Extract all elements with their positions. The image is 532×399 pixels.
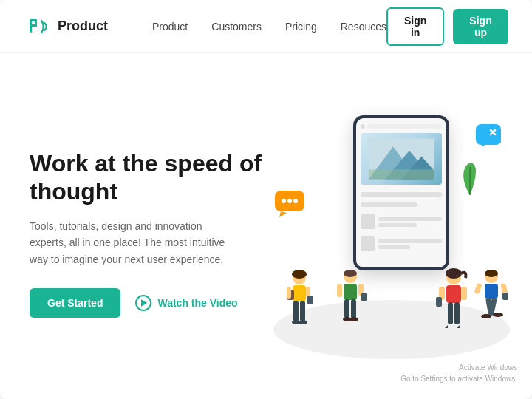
signin-button[interactable]: Sign in (386, 7, 444, 46)
hero-right (266, 68, 517, 399)
nav-actions: Sign in Sign up (386, 7, 508, 46)
logo-icon (30, 18, 52, 35)
hero-actions: Get Started Watch the Video (30, 288, 266, 318)
person-center-man (332, 267, 368, 337)
svg-rect-16 (293, 285, 306, 301)
svg-point-26 (344, 270, 357, 277)
hero-section: Work at the speed of thought Tools, tuto… (0, 53, 532, 399)
person-left-girl (281, 269, 318, 338)
svg-rect-32 (351, 299, 356, 318)
svg-rect-19 (306, 287, 310, 297)
svg-rect-37 (446, 285, 461, 303)
svg-rect-42 (454, 302, 460, 324)
svg-rect-48 (502, 293, 508, 300)
hero-title: Work at the speed of thought (30, 149, 266, 206)
svg-point-51 (481, 314, 491, 318)
nav-link-resources[interactable]: Resouces (341, 21, 386, 33)
device-image (361, 133, 442, 185)
svg-rect-22 (300, 301, 305, 321)
person-right-girl (434, 267, 473, 344)
watch-video-link[interactable]: Watch the Video (135, 295, 237, 311)
leaf-decoration (460, 160, 480, 197)
hero-description: Tools, tutorials, design and innovation … (30, 218, 229, 267)
person-walking-man (473, 267, 510, 337)
logo[interactable]: Product (30, 18, 108, 35)
nav-link-pricing[interactable]: Pricing (285, 21, 317, 33)
get-started-button[interactable]: Get Started (30, 288, 120, 318)
nav-link-customers[interactable]: Customers (211, 21, 262, 33)
svg-rect-20 (307, 296, 313, 304)
svg-rect-45 (485, 284, 498, 299)
nav-link-product[interactable]: Product (152, 21, 188, 33)
svg-point-7 (293, 199, 298, 203)
svg-rect-18 (287, 287, 291, 299)
svg-point-36 (446, 268, 462, 279)
svg-rect-28 (337, 284, 342, 297)
svg-point-44 (485, 270, 498, 277)
svg-rect-13 (369, 169, 434, 179)
svg-point-34 (349, 317, 358, 321)
signup-button[interactable]: Sign up (453, 9, 508, 44)
svg-point-5 (282, 199, 286, 203)
navbar: Product Product Customers Pricing Resouc… (0, 0, 532, 53)
svg-point-24 (299, 320, 307, 324)
svg-rect-31 (344, 299, 349, 318)
svg-rect-21 (293, 301, 299, 321)
svg-rect-27 (344, 284, 357, 300)
logo-text: Product (58, 18, 108, 34)
illustration (266, 100, 517, 366)
nav-links: Product Customers Pricing Resouces (152, 21, 386, 33)
activate-windows-watermark: Activate Windows Go to Settings to activ… (400, 362, 517, 384)
svg-rect-40 (461, 287, 467, 300)
svg-point-52 (493, 313, 503, 317)
svg-rect-3 (30, 24, 37, 27)
device-screen (356, 118, 446, 267)
svg-rect-30 (361, 293, 367, 301)
window-frame: Product Product Customers Pricing Resouc… (0, 0, 532, 399)
svg-rect-39 (436, 297, 442, 307)
svg-point-15 (292, 270, 307, 279)
svg-rect-41 (448, 302, 453, 324)
device-illustration (353, 115, 449, 270)
play-icon (135, 295, 151, 311)
svg-rect-46 (474, 283, 482, 295)
svg-point-6 (287, 199, 292, 203)
chat-bubble-icon (273, 189, 306, 217)
notification-bubble-icon (474, 123, 502, 151)
hero-left: Work at the speed of thought Tools, tuto… (30, 149, 266, 318)
